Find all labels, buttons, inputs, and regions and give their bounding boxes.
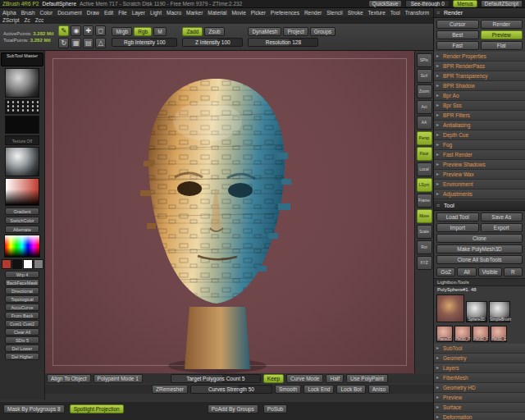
render-mode-button[interactable]: Fast (436, 41, 479, 50)
viewport-control-button[interactable]: Persp (417, 131, 432, 145)
viewport-control-button[interactable]: Zoom (417, 84, 432, 98)
lock-end-button[interactable]: Lock End (304, 385, 334, 394)
tool-section-row[interactable]: SubTool (434, 344, 525, 354)
tool-small-thumbnail[interactable]: PM3D_E (491, 326, 507, 342)
viewport-control-button[interactable]: LSym (417, 178, 432, 192)
menu-item[interactable]: Marker (184, 10, 205, 16)
viewport-control-button[interactable]: AA (417, 116, 432, 130)
render-mode-button[interactable]: Cursor (436, 20, 479, 29)
z-intensity-slider[interactable]: Z Intensity 100 (182, 38, 243, 47)
menus-toggle-button[interactable]: Menus (453, 0, 477, 7)
m-button[interactable]: M (153, 27, 166, 36)
color-swatch[interactable] (2, 259, 11, 269)
render-section-row[interactable]: Fog (434, 140, 525, 150)
color-swatch[interactable] (34, 259, 43, 269)
color-swatch[interactable] (23, 259, 33, 269)
switch-color-button[interactable]: SwitchColor (5, 217, 39, 224)
render-mode-button[interactable]: Best (436, 30, 479, 39)
keep-button[interactable]: Keep (263, 374, 284, 383)
brush-option-button[interactable]: SDiv 5 (5, 336, 39, 344)
render-section-row[interactable]: BPR Transparency (434, 71, 525, 81)
brush-option-button[interactable]: From Back (5, 312, 39, 319)
curves-strength-slider[interactable]: Curves Strength 50 (190, 385, 272, 394)
rgb-intensity-slider[interactable]: Rgb Intensity 100 (112, 38, 177, 47)
polypaint-mode-button[interactable]: Polypaint Mode 1 (94, 374, 143, 383)
render-section-row[interactable]: BPR Shadow (434, 81, 525, 91)
alternate-button[interactable]: Alternate (5, 226, 39, 233)
shelf-tool-icon[interactable]: ▤ (83, 38, 94, 48)
viewport-control-button[interactable]: Scrl (417, 69, 432, 83)
menu-item[interactable]: Layer (130, 10, 148, 16)
render-section-row[interactable]: Preview Wax (434, 170, 525, 180)
menu-item[interactable]: Render (302, 10, 324, 16)
render-section-row[interactable]: Antialiasing (434, 121, 525, 130)
menu-item[interactable]: Picker (249, 10, 268, 16)
zremesher-button[interactable]: ZRemesher (152, 385, 188, 394)
viewport-control-button[interactable]: Scale (417, 225, 432, 239)
viewport-control-button[interactable]: Rot (417, 240, 432, 254)
render-section-row[interactable]: BPR RenderPass (434, 62, 525, 71)
render-section-row[interactable]: Render Properties (434, 52, 525, 62)
gradient-toggle[interactable]: Gradient (5, 208, 39, 215)
viewport-control-button[interactable]: Move (417, 209, 432, 223)
render-section-row[interactable]: Preview Shadows (434, 160, 525, 170)
goz-button[interactable]: GoZ (436, 267, 455, 276)
brush-option-button[interactable]: Wrp 4 (5, 271, 39, 278)
menu-tab[interactable]: Zc (22, 17, 33, 23)
curve-mode-button[interactable]: Curve Mode (286, 374, 323, 383)
shelf-tool-icon[interactable]: ✚ (83, 25, 94, 36)
menu-item[interactable]: Preferences (268, 10, 302, 16)
brush-option-button[interactable]: Del Higher (5, 353, 39, 360)
align-to-object-button[interactable]: Align To Object (47, 374, 91, 383)
see-through-slider[interactable]: See-through 0 (405, 0, 450, 7)
render-section-row[interactable]: Fast Render (434, 150, 525, 160)
dynamesh-button[interactable]: DynaMesh (248, 27, 281, 36)
posub-button[interactable]: PoSub (263, 404, 288, 413)
shelf-tool-icon[interactable]: △ (95, 38, 106, 48)
tool-section-row[interactable]: Geometry HD (434, 383, 525, 393)
tool-section-row[interactable]: Geometry (434, 354, 525, 363)
goz-button[interactable]: R (504, 267, 523, 276)
brush-option-button[interactable]: Cust1 Cust2 (5, 320, 39, 327)
tool-section-row[interactable]: FiberMesh (434, 373, 525, 383)
brush-option-button[interactable]: AccuCurve (5, 304, 39, 311)
color-swatch[interactable] (12, 259, 22, 269)
project-toggle[interactable]: Project (283, 27, 308, 36)
tool-small-thumbnail[interactable]: PM3D_F (472, 326, 489, 342)
half-button[interactable]: Half (326, 374, 344, 383)
tool-small-thumbnail[interactable]: Plane3D (436, 326, 453, 342)
render-section-row[interactable]: Bpr Sss (434, 101, 525, 111)
zadd-button[interactable]: Zadd (182, 27, 203, 36)
goz-button[interactable]: Visible (478, 267, 502, 276)
brush-selector-thumbnail[interactable] (5, 68, 39, 98)
target-polygons-slider[interactable]: Target Polygons Count 5 (171, 374, 261, 383)
alpha-selector-thumbnail[interactable] (5, 116, 39, 134)
default-zscript-button[interactable]: DefaultZScript (481, 0, 523, 7)
viewport-control-button[interactable]: SPix (417, 53, 432, 67)
render-section-row[interactable]: Environment (434, 180, 525, 189)
render-section-row[interactable]: Adjustments (434, 189, 525, 199)
menu-item[interactable]: Color (38, 10, 56, 16)
tool-file-button[interactable]: Export (481, 223, 523, 232)
shelf-tool-icon[interactable]: ◉ (71, 25, 81, 36)
color-picker[interactable] (5, 178, 39, 206)
menu-item[interactable]: Texture (366, 10, 388, 16)
menu-item[interactable]: File (116, 10, 129, 16)
tool-file-button[interactable]: Load Tool (436, 212, 479, 221)
brush-option-button[interactable]: Directional (5, 287, 39, 294)
render-mode-button[interactable]: Flat (481, 41, 523, 50)
tool-thumbnail[interactable]: Sphere3D (466, 301, 487, 322)
color-palette[interactable] (4, 235, 40, 258)
viewport-control-button[interactable]: Frame (417, 194, 432, 208)
tool-section-row[interactable]: Layers (434, 363, 525, 373)
texture-selector-thumbnail[interactable]: Texture Off (5, 135, 39, 145)
shelf-tool-icon[interactable]: ↻ (58, 38, 69, 48)
menu-item[interactable]: Light (148, 10, 164, 16)
menu-item[interactable]: Stencil (324, 10, 345, 16)
zsub-button[interactable]: Zsub (204, 27, 224, 36)
mask-by-polygroups-button[interactable]: Mask By Polygroups 8 (3, 404, 65, 413)
tool-section-row[interactable]: Deformation (434, 413, 525, 420)
menu-tab[interactable]: ZScript (0, 17, 22, 23)
menu-tab[interactable]: Zcc (33, 17, 46, 23)
stroke-selector-thumbnail[interactable] (5, 99, 39, 114)
